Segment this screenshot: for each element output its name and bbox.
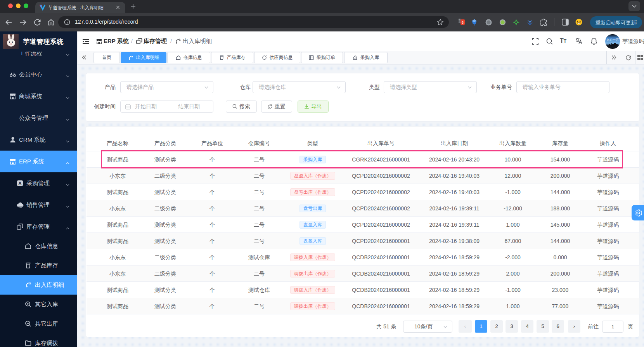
svg-text:文心一言: 文心一言 [606, 38, 619, 42]
svg-text:A: A [19, 181, 22, 186]
svg-text:6: 6 [462, 21, 464, 24]
